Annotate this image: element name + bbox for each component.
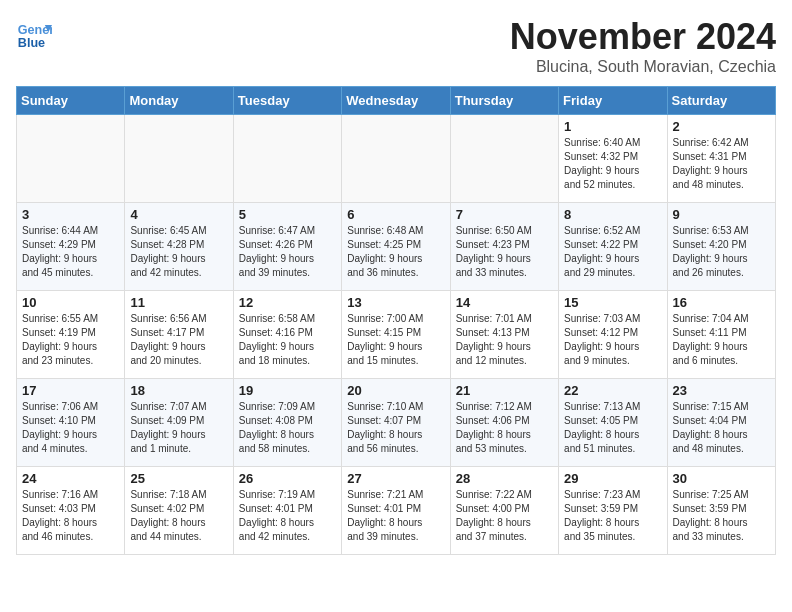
weekday-header: Thursday (450, 87, 558, 115)
day-info: Sunrise: 7:13 AM Sunset: 4:05 PM Dayligh… (564, 400, 661, 456)
day-number: 19 (239, 383, 336, 398)
weekday-header: Friday (559, 87, 667, 115)
day-number: 7 (456, 207, 553, 222)
day-number: 13 (347, 295, 444, 310)
month-title: November 2024 (510, 16, 776, 58)
weekday-header: Monday (125, 87, 233, 115)
day-number: 20 (347, 383, 444, 398)
day-number: 14 (456, 295, 553, 310)
calendar-week: 1Sunrise: 6:40 AM Sunset: 4:32 PM Daylig… (17, 115, 776, 203)
day-info: Sunrise: 6:44 AM Sunset: 4:29 PM Dayligh… (22, 224, 119, 280)
day-info: Sunrise: 7:04 AM Sunset: 4:11 PM Dayligh… (673, 312, 770, 368)
calendar-cell: 16Sunrise: 7:04 AM Sunset: 4:11 PM Dayli… (667, 291, 775, 379)
day-number: 3 (22, 207, 119, 222)
day-info: Sunrise: 7:06 AM Sunset: 4:10 PM Dayligh… (22, 400, 119, 456)
day-info: Sunrise: 6:53 AM Sunset: 4:20 PM Dayligh… (673, 224, 770, 280)
day-number: 15 (564, 295, 661, 310)
day-info: Sunrise: 7:01 AM Sunset: 4:13 PM Dayligh… (456, 312, 553, 368)
calendar-cell (450, 115, 558, 203)
day-number: 12 (239, 295, 336, 310)
calendar-body: 1Sunrise: 6:40 AM Sunset: 4:32 PM Daylig… (17, 115, 776, 555)
calendar-cell: 9Sunrise: 6:53 AM Sunset: 4:20 PM Daylig… (667, 203, 775, 291)
calendar-cell: 25Sunrise: 7:18 AM Sunset: 4:02 PM Dayli… (125, 467, 233, 555)
header: General Blue November 2024 Blucina, Sout… (16, 16, 776, 76)
day-number: 24 (22, 471, 119, 486)
calendar-cell (17, 115, 125, 203)
title-area: November 2024 Blucina, South Moravian, C… (510, 16, 776, 76)
day-info: Sunrise: 6:42 AM Sunset: 4:31 PM Dayligh… (673, 136, 770, 192)
day-info: Sunrise: 7:18 AM Sunset: 4:02 PM Dayligh… (130, 488, 227, 544)
day-info: Sunrise: 7:21 AM Sunset: 4:01 PM Dayligh… (347, 488, 444, 544)
calendar-cell: 14Sunrise: 7:01 AM Sunset: 4:13 PM Dayli… (450, 291, 558, 379)
calendar-cell: 20Sunrise: 7:10 AM Sunset: 4:07 PM Dayli… (342, 379, 450, 467)
calendar-week: 3Sunrise: 6:44 AM Sunset: 4:29 PM Daylig… (17, 203, 776, 291)
calendar-cell: 2Sunrise: 6:42 AM Sunset: 4:31 PM Daylig… (667, 115, 775, 203)
calendar-cell: 5Sunrise: 6:47 AM Sunset: 4:26 PM Daylig… (233, 203, 341, 291)
day-info: Sunrise: 7:19 AM Sunset: 4:01 PM Dayligh… (239, 488, 336, 544)
day-number: 17 (22, 383, 119, 398)
day-number: 5 (239, 207, 336, 222)
logo-icon: General Blue (16, 16, 52, 52)
day-info: Sunrise: 6:58 AM Sunset: 4:16 PM Dayligh… (239, 312, 336, 368)
day-info: Sunrise: 7:15 AM Sunset: 4:04 PM Dayligh… (673, 400, 770, 456)
weekday-header: Sunday (17, 87, 125, 115)
calendar-cell: 7Sunrise: 6:50 AM Sunset: 4:23 PM Daylig… (450, 203, 558, 291)
calendar-week: 17Sunrise: 7:06 AM Sunset: 4:10 PM Dayli… (17, 379, 776, 467)
day-info: Sunrise: 6:50 AM Sunset: 4:23 PM Dayligh… (456, 224, 553, 280)
day-info: Sunrise: 7:23 AM Sunset: 3:59 PM Dayligh… (564, 488, 661, 544)
calendar-cell: 22Sunrise: 7:13 AM Sunset: 4:05 PM Dayli… (559, 379, 667, 467)
calendar-cell: 17Sunrise: 7:06 AM Sunset: 4:10 PM Dayli… (17, 379, 125, 467)
calendar-cell: 27Sunrise: 7:21 AM Sunset: 4:01 PM Dayli… (342, 467, 450, 555)
calendar-cell (125, 115, 233, 203)
calendar-cell (233, 115, 341, 203)
day-info: Sunrise: 6:40 AM Sunset: 4:32 PM Dayligh… (564, 136, 661, 192)
day-info: Sunrise: 7:25 AM Sunset: 3:59 PM Dayligh… (673, 488, 770, 544)
header-row: SundayMondayTuesdayWednesdayThursdayFrid… (17, 87, 776, 115)
calendar-cell: 4Sunrise: 6:45 AM Sunset: 4:28 PM Daylig… (125, 203, 233, 291)
calendar-cell: 30Sunrise: 7:25 AM Sunset: 3:59 PM Dayli… (667, 467, 775, 555)
calendar-cell: 12Sunrise: 6:58 AM Sunset: 4:16 PM Dayli… (233, 291, 341, 379)
day-number: 29 (564, 471, 661, 486)
calendar-cell: 26Sunrise: 7:19 AM Sunset: 4:01 PM Dayli… (233, 467, 341, 555)
day-number: 4 (130, 207, 227, 222)
svg-text:Blue: Blue (18, 36, 45, 50)
day-info: Sunrise: 7:16 AM Sunset: 4:03 PM Dayligh… (22, 488, 119, 544)
day-info: Sunrise: 7:10 AM Sunset: 4:07 PM Dayligh… (347, 400, 444, 456)
calendar-cell: 21Sunrise: 7:12 AM Sunset: 4:06 PM Dayli… (450, 379, 558, 467)
calendar-cell: 23Sunrise: 7:15 AM Sunset: 4:04 PM Dayli… (667, 379, 775, 467)
day-info: Sunrise: 6:56 AM Sunset: 4:17 PM Dayligh… (130, 312, 227, 368)
day-info: Sunrise: 7:03 AM Sunset: 4:12 PM Dayligh… (564, 312, 661, 368)
day-info: Sunrise: 6:52 AM Sunset: 4:22 PM Dayligh… (564, 224, 661, 280)
calendar-cell: 28Sunrise: 7:22 AM Sunset: 4:00 PM Dayli… (450, 467, 558, 555)
day-info: Sunrise: 7:12 AM Sunset: 4:06 PM Dayligh… (456, 400, 553, 456)
calendar-cell: 8Sunrise: 6:52 AM Sunset: 4:22 PM Daylig… (559, 203, 667, 291)
calendar-cell: 11Sunrise: 6:56 AM Sunset: 4:17 PM Dayli… (125, 291, 233, 379)
day-info: Sunrise: 7:22 AM Sunset: 4:00 PM Dayligh… (456, 488, 553, 544)
day-number: 11 (130, 295, 227, 310)
day-number: 27 (347, 471, 444, 486)
day-number: 21 (456, 383, 553, 398)
day-number: 30 (673, 471, 770, 486)
day-info: Sunrise: 7:09 AM Sunset: 4:08 PM Dayligh… (239, 400, 336, 456)
calendar-cell: 24Sunrise: 7:16 AM Sunset: 4:03 PM Dayli… (17, 467, 125, 555)
day-number: 1 (564, 119, 661, 134)
day-number: 28 (456, 471, 553, 486)
day-info: Sunrise: 7:00 AM Sunset: 4:15 PM Dayligh… (347, 312, 444, 368)
calendar-cell: 6Sunrise: 6:48 AM Sunset: 4:25 PM Daylig… (342, 203, 450, 291)
day-number: 2 (673, 119, 770, 134)
day-number: 8 (564, 207, 661, 222)
weekday-header: Tuesday (233, 87, 341, 115)
location: Blucina, South Moravian, Czechia (510, 58, 776, 76)
day-info: Sunrise: 7:07 AM Sunset: 4:09 PM Dayligh… (130, 400, 227, 456)
calendar-table: SundayMondayTuesdayWednesdayThursdayFrid… (16, 86, 776, 555)
day-number: 10 (22, 295, 119, 310)
day-number: 16 (673, 295, 770, 310)
calendar-cell: 29Sunrise: 7:23 AM Sunset: 3:59 PM Dayli… (559, 467, 667, 555)
day-number: 18 (130, 383, 227, 398)
calendar-cell: 18Sunrise: 7:07 AM Sunset: 4:09 PM Dayli… (125, 379, 233, 467)
calendar-cell: 13Sunrise: 7:00 AM Sunset: 4:15 PM Dayli… (342, 291, 450, 379)
calendar-week: 10Sunrise: 6:55 AM Sunset: 4:19 PM Dayli… (17, 291, 776, 379)
calendar-cell: 19Sunrise: 7:09 AM Sunset: 4:08 PM Dayli… (233, 379, 341, 467)
day-number: 26 (239, 471, 336, 486)
day-info: Sunrise: 6:45 AM Sunset: 4:28 PM Dayligh… (130, 224, 227, 280)
